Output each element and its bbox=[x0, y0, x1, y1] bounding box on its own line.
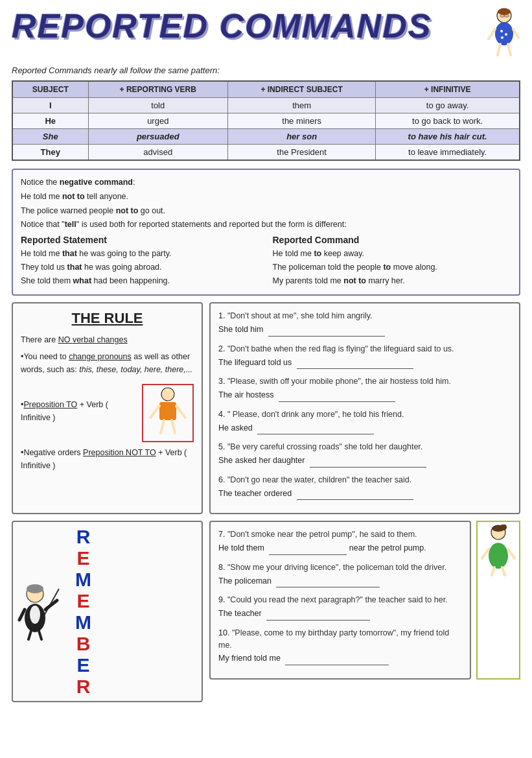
svg-line-14 bbox=[150, 406, 159, 418]
remember-e3: E bbox=[76, 654, 89, 676]
reported-command-col: Reported Command He told me to keep away… bbox=[273, 235, 512, 288]
svg-line-33 bbox=[492, 567, 494, 575]
exercise-6: 6. "Don't go near the water, children" t… bbox=[218, 474, 511, 501]
remember-r2: R bbox=[76, 676, 91, 697]
exercise-7: 7. "Don't smoke near the petrol pump", h… bbox=[218, 528, 462, 555]
table-cell-2-2: her son bbox=[228, 129, 376, 145]
remember-e1: E bbox=[76, 547, 89, 569]
notice-line-3: Notice that "tell" is used both for repo… bbox=[21, 219, 511, 231]
svg-line-34 bbox=[502, 567, 505, 575]
table-cell-3-1: advised bbox=[88, 145, 227, 161]
svg-point-20 bbox=[27, 584, 43, 593]
exercise-9-quote: 9. "Could you read the next paragraph?" … bbox=[218, 594, 462, 606]
rule-para-2: •You need to change pronouns as well as … bbox=[21, 350, 194, 376]
table-cell-3-0: They bbox=[12, 145, 88, 161]
exercise-10-answer: My friend told me bbox=[218, 652, 462, 665]
exercise-6-answer: The teacher ordered bbox=[218, 488, 511, 501]
exercises-bottom: 7. "Don't smoke near the petrol pump", h… bbox=[209, 521, 471, 680]
table-cell-1-3: to go back to work. bbox=[376, 113, 520, 129]
exercise-9: 9. "Could you read the next paragraph?" … bbox=[218, 594, 462, 621]
rc-line-2: The policeman told the people to move al… bbox=[273, 261, 512, 274]
svg-point-1 bbox=[498, 8, 511, 15]
exercise-7-answer: He told them near the petrol pump. bbox=[218, 542, 462, 555]
exercises-panel: 1. "Don't shout at me", she told him ang… bbox=[209, 302, 520, 514]
exercise-3: 3. "Please, swith off your mobile phone"… bbox=[218, 375, 511, 402]
col-header-1: SUBJECT bbox=[12, 81, 88, 98]
svg-point-11 bbox=[501, 36, 503, 39]
svg-line-16 bbox=[161, 420, 164, 433]
rc-line-3: My parents told me not to marry her. bbox=[273, 275, 512, 287]
col-header-4: + INFINITIVE bbox=[376, 81, 520, 98]
exercises-bottom-wrapper: 7. "Don't smoke near the petrol pump", h… bbox=[209, 521, 520, 680]
col-header-3: + INDIRECT SUBJECT bbox=[228, 81, 376, 98]
rule-para-1: There are NO verbal changes bbox=[21, 333, 194, 346]
exercise-9-answer: The teacher bbox=[218, 608, 462, 621]
exercise-3-answer: The air hostess bbox=[218, 389, 511, 402]
svg-line-15 bbox=[176, 406, 185, 418]
exercise-4-answer: He asked bbox=[218, 422, 511, 435]
table-cell-0-2: them bbox=[228, 98, 376, 113]
svg-point-12 bbox=[161, 388, 174, 401]
svg-line-25 bbox=[29, 631, 31, 639]
title-row: REPORTED COMMANDS bbox=[12, 6, 520, 62]
remember-m1: M bbox=[75, 569, 91, 590]
svg-line-17 bbox=[172, 420, 175, 433]
exercise-7-quote: 7. "Don't smoke near the petrol pump", h… bbox=[218, 528, 462, 541]
table-cell-2-3: to have his hair cut. bbox=[376, 129, 520, 145]
exercise-8: 8. "Show me your driving licence", the p… bbox=[218, 562, 462, 588]
exercise-2-quote: 2. "Don't bathe when the red flag is fly… bbox=[218, 343, 511, 355]
rs-line-1: He told me that he was going to the part… bbox=[21, 248, 260, 260]
table-cell-2-1: persuaded bbox=[88, 129, 227, 145]
rule-figure-box bbox=[142, 384, 194, 442]
exercise-4: 4. " Please, don't drink any more", he t… bbox=[218, 409, 511, 435]
table-cell-2-0: She bbox=[12, 129, 88, 145]
pattern-table: SUBJECT + REPORTING VERB + INDIRECT SUBJ… bbox=[12, 80, 520, 161]
exercise-5-quote: 5. "Be very careful crossing roads" she … bbox=[218, 441, 511, 453]
rule-para-4: •Negative orders Preposition NOT TO + Ve… bbox=[21, 446, 194, 472]
rs-line-3: She told them what had been happening. bbox=[21, 275, 260, 287]
svg-line-26 bbox=[39, 631, 41, 639]
svg-line-31 bbox=[482, 549, 489, 558]
exercise-5-answer: She asked her daughter bbox=[218, 455, 511, 468]
svg-line-6 bbox=[513, 29, 518, 38]
svg-line-7 bbox=[498, 44, 500, 55]
exercise-8-answer: The policeman bbox=[218, 575, 462, 588]
exercise-2: 2. "Don't bathe when the red flag is fly… bbox=[218, 343, 511, 370]
rc-line-1: He told me to keep away. bbox=[273, 248, 512, 260]
exercise-3-quote: 3. "Please, swith off your mobile phone"… bbox=[218, 375, 511, 388]
right-figure-svg bbox=[479, 525, 518, 576]
bottom-section: THE RULE There are NO verbal changes •Yo… bbox=[12, 302, 520, 514]
remember-b: B bbox=[76, 633, 91, 654]
col-header-2: + REPORTING VERB bbox=[88, 81, 227, 98]
main-title: REPORTED COMMANDS bbox=[12, 6, 432, 43]
reported-statement-col: Reported Statement He told me that he wa… bbox=[21, 235, 260, 288]
table-cell-1-0: He bbox=[12, 113, 88, 129]
notice-line-2: The police warned people not to go out. bbox=[21, 205, 511, 217]
svg-point-4 bbox=[495, 22, 513, 45]
rule-figure-svg bbox=[145, 386, 191, 440]
rs-line-2: They told us that he was going abroad. bbox=[21, 261, 260, 274]
reported-statement-title: Reported Statement bbox=[21, 235, 260, 245]
svg-line-5 bbox=[489, 29, 495, 39]
svg-rect-13 bbox=[159, 402, 176, 420]
exercise-5: 5. "Be very careful crossing roads" she … bbox=[218, 441, 511, 468]
svg-line-24 bbox=[19, 610, 25, 620]
right-figure-box bbox=[476, 521, 520, 680]
notice-columns: Reported Statement He told me that he wa… bbox=[21, 235, 511, 288]
teacher-figure bbox=[17, 582, 69, 641]
table-cell-1-1: urged bbox=[88, 113, 227, 129]
notice-title: Notice the negative command: bbox=[21, 176, 511, 189]
exercise-10: 10. "Please, come to my birthday party t… bbox=[218, 627, 462, 665]
figure-top-right bbox=[472, 6, 520, 62]
rule-figure-row: •Preposition TO + Verb ( Infinitive ) bbox=[21, 384, 194, 442]
svg-line-8 bbox=[508, 44, 511, 55]
svg-point-22 bbox=[30, 606, 40, 624]
reported-command-title: Reported Command bbox=[273, 235, 512, 245]
exercise-1-answer: She told him bbox=[218, 324, 511, 337]
exercise-6-quote: 6. "Don't go near the water, children" t… bbox=[218, 474, 511, 486]
notice-box: Notice the negative command: He told me … bbox=[12, 169, 520, 296]
intro-text: Reported Commands nearly all follow the … bbox=[12, 65, 520, 75]
table-cell-1-2: the miners bbox=[228, 113, 376, 129]
table-cell-3-2: the President bbox=[228, 145, 376, 161]
exercise-8-quote: 8. "Show me your driving licence", the p… bbox=[218, 562, 462, 574]
